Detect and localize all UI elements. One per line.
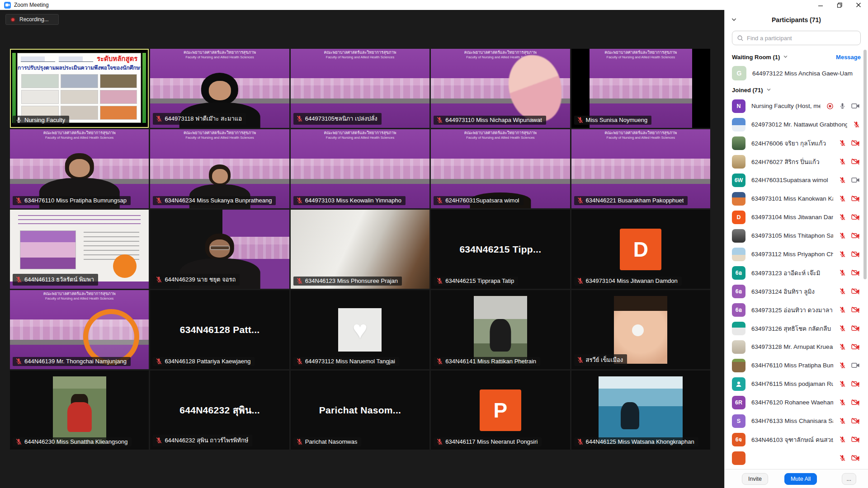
video-tile[interactable]: 644N46125 Miss Watsana Khongkraphan xyxy=(571,371,710,450)
close-button[interactable] xyxy=(849,0,868,10)
name-label: 634N46234 Miss Sukanya Bunpratheang xyxy=(153,196,276,205)
shared-slide: ระดับหลักสูตรการปรับปรุงตามผลประเมินความ… xyxy=(17,53,141,123)
video-tile[interactable]: คณะพยาบาลศาสตร์และวิทยาการสุขภาพFaculty … xyxy=(571,129,710,208)
participant-row[interactable]: 634973101 Miss Kanokwan Kad... xyxy=(725,189,868,208)
head xyxy=(205,234,234,260)
participant-name: 624H76006 จริยา กุลโทแก้ว xyxy=(751,138,833,148)
video-tile[interactable]: คณะพยาบาลศาสตร์และวิทยาการสุขภาพFaculty … xyxy=(291,129,429,208)
mic-muted-icon xyxy=(296,358,303,365)
message-button[interactable]: Message xyxy=(836,54,861,61)
video-tile[interactable]: ระดับหลักสูตรการปรับปรุงตามผลประเมินความ… xyxy=(10,49,149,128)
avatar xyxy=(732,340,745,354)
video-tile[interactable]: 644N46230 Miss Sunattha Klieangsong xyxy=(10,371,149,450)
participant-row[interactable]: 6อ634973123 อาอีดะห์ เจ๊ะมิ xyxy=(725,263,868,282)
invite-button[interactable]: Invite xyxy=(742,473,768,485)
participant-name: 644N46230 Miss Sunattha Klieangsong xyxy=(24,438,127,445)
video-tile[interactable]: 644N46113 ธวัลรัตน์ พิมพา xyxy=(10,210,149,289)
video-tile[interactable]: คณะพยาบาลศาสตร์และวิทยาการสุขภาพFaculty … xyxy=(431,129,570,208)
camera-off-icon xyxy=(851,288,860,295)
video-tile[interactable]: คณะพยาบาลศาสตร์และวิทยาการสุขภาพFaculty … xyxy=(571,49,710,128)
video-tile[interactable]: 644973112 Miss Naruemol Tangjai xyxy=(291,290,429,369)
participant-row[interactable]: 6W624H76031Supatsara wimol xyxy=(725,171,868,189)
video-tile[interactable]: 634N46141 Miss Rattikan Phetrain xyxy=(431,290,570,369)
more-options-button[interactable]: ... xyxy=(842,473,856,485)
joined-chevron-icon[interactable] xyxy=(766,86,771,94)
participant-row[interactable]: S634H76133 Miss Chanisara Sas... xyxy=(725,412,868,430)
mic-muted-icon xyxy=(839,380,846,387)
name-label: 644N46113 ธวัลรัตน์ พิมพา xyxy=(13,274,98,286)
video-tile[interactable]: 634N46128 Patt... 634N46128 Pattariya Ka… xyxy=(150,290,289,369)
participants-title: Participants (71) xyxy=(772,16,821,23)
green-stripe xyxy=(12,53,16,123)
avatar-initials: 6จ xyxy=(736,435,742,444)
avatar-initials: N xyxy=(736,103,741,109)
participant-row[interactable]: 6จ634N46103 จุฑาลักษณ์ คนสวย xyxy=(725,430,868,449)
video-tile[interactable]: คณะพยาบาลศาสตร์และวิทยาการสุขภาพFaculty … xyxy=(431,49,570,128)
participant-row[interactable]: 634H76110 Miss Pratipha Bumr... xyxy=(725,356,868,375)
participant-row[interactable]: 634973126 สุทธิโชค กลัดกลีบ xyxy=(725,319,868,338)
banner-line-th: คณะพยาบาลศาสตร์และวิทยาการสุขภาพ xyxy=(571,131,710,136)
slide-title: การปรับปรุงตามผลประเมินความพึงพอใจของนัก… xyxy=(18,63,141,72)
camera-off-icon xyxy=(851,380,860,387)
waiting-room-participant[interactable]: G 644973122 Miss Anchisa Gaew-Uam xyxy=(725,63,868,83)
orange-ring-graphic xyxy=(83,309,139,365)
video-tile[interactable]: 634N46123 Miss Phonsuree Prajan xyxy=(291,210,429,289)
banner-line-th: คณะพยาบาลศาสตร์และวิทยาการสุขภาพ xyxy=(10,131,149,136)
restore-button[interactable] xyxy=(830,0,849,10)
video-tile[interactable]: 644N46232 สุพิน... 644N46232 สุพิน ถาวร์… xyxy=(150,371,289,450)
participant-row[interactable]: D634973104 Miss Jitwanan Damd... xyxy=(725,208,868,226)
banner-line-th: คณะพยาบาลศาสตร์และวิทยาการสุขภาพ xyxy=(150,50,289,55)
mic-muted-icon xyxy=(15,358,22,365)
participant-row[interactable]: 634973112 Miss Priyaphon Chu... xyxy=(725,245,868,263)
virtual-bg-banner: คณะพยาบาลศาสตร์และวิทยาการสุขภาพFaculty … xyxy=(571,131,710,140)
participant-name: 634N46234 Miss Sukanya Bunpratheang xyxy=(165,197,272,204)
banner-line-th: คณะพยาบาลศาสตร์และวิทยาการสุขภาพ xyxy=(431,131,570,136)
camera-off-icon xyxy=(851,399,860,406)
participant-row[interactable]: 6R634H76120 Rohanee Waehama xyxy=(725,393,868,412)
camera-off-icon xyxy=(851,418,860,424)
mic-muted-icon xyxy=(839,418,846,424)
virtual-bg-banner: คณะพยาบาลศาสตร์และวิทยาการสุขภาพFaculty … xyxy=(291,131,429,140)
video-tile[interactable]: สรวีย์ เข็มเมือง xyxy=(571,290,710,369)
avatar xyxy=(732,322,745,335)
participant-row[interactable] xyxy=(725,449,868,467)
waiting-room-chevron-icon[interactable] xyxy=(783,53,788,61)
banner-line-en: Faculty of Nursing and Allied Health Sci… xyxy=(571,136,710,140)
scrollbar-thumb[interactable] xyxy=(863,50,867,279)
participant-status-icons xyxy=(839,436,860,443)
green-stripe xyxy=(142,53,146,123)
mic-muted-icon xyxy=(839,232,846,239)
mic-muted-icon xyxy=(839,306,846,313)
participant-avatar: D xyxy=(620,229,661,270)
participant-row[interactable]: NNursing Faculty (Host, me) xyxy=(725,97,868,115)
participant-row[interactable]: 6อ634973125 อ่อนทิวา ดวงมาลา xyxy=(725,300,868,319)
video-tile[interactable]: Parichat Nasom... Parichat Nasomwas xyxy=(291,371,429,450)
video-tile[interactable]: คณะพยาบาลศาสตร์และวิทยาการสุขภาพFaculty … xyxy=(291,49,429,128)
profile-photo xyxy=(474,296,527,364)
minimize-button[interactable] xyxy=(811,0,830,10)
participant-row[interactable]: 634973105 Miss Thitaphon San... xyxy=(725,226,868,245)
video-tile[interactable]: คณะพยาบาลศาสตร์และวิทยาการสุขภาพFaculty … xyxy=(10,129,149,208)
participants-chevron-icon[interactable] xyxy=(731,16,737,24)
video-tile[interactable]: คณะพยาบาลศาสตร์และวิทยาการสุขภาพFaculty … xyxy=(10,290,149,369)
participant-row[interactable]: 624H76006 จริยา กุลโทแก้ว xyxy=(725,134,868,152)
participant-row[interactable]: 6อ634973124 อินทิรา ลูมิง xyxy=(725,282,868,300)
video-tile[interactable]: คณะพยาบาลศาสตร์และวิทยาการสุขภาพFaculty … xyxy=(150,49,289,128)
video-tile[interactable]: 634N46215 Tipp... 634N46215 Tipprapa Tat… xyxy=(431,210,570,289)
search-input[interactable] xyxy=(732,31,860,45)
name-label: 634N46123 Miss Phonsuree Prajan xyxy=(293,277,402,286)
mute-all-button[interactable]: Mute All xyxy=(784,473,817,485)
mic-muted-icon xyxy=(156,276,162,283)
name-label: 644N46139 Mr. Thongchai Namjunjang xyxy=(13,357,131,366)
video-tile[interactable]: P 634N46117 Miss Neeranut Pongsiri xyxy=(431,371,570,450)
participant-row[interactable]: 624H76027 สิริกร ปิ่นแก้ว xyxy=(725,152,868,171)
slide-photo xyxy=(61,74,98,88)
participant-name: 634N46215 Tipprapa Tatip xyxy=(445,277,514,284)
participant-name: 634973123 อาอีดะห์ เจ๊ะมิ xyxy=(751,268,833,278)
participant-row[interactable]: 634973128 Mr. Arnupat Krueanak xyxy=(725,338,868,356)
video-tile[interactable]: 644N46239 นาย ชยุต จอรถ xyxy=(150,210,289,289)
participant-row[interactable]: 634H76115 Miss podjaman Ruk... xyxy=(725,375,868,393)
participant-row[interactable]: 624973012 Mr. Nattawut Grabthong xyxy=(725,115,868,134)
video-tile[interactable]: คณะพยาบาลศาสตร์และวิทยาการสุขภาพFaculty … xyxy=(150,129,289,208)
video-tile[interactable]: D 634973104 Miss Jitwanan Damdon xyxy=(571,210,710,289)
